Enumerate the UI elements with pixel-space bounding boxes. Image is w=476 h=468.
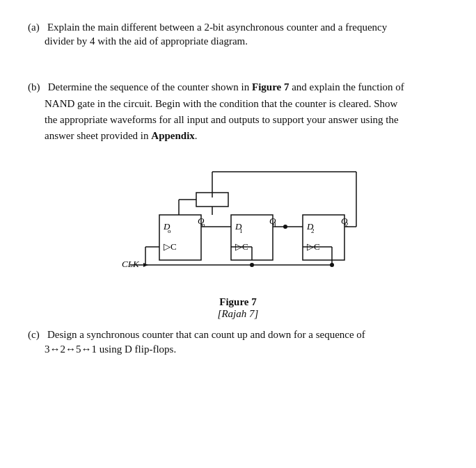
question-b-label: (b): [28, 81, 40, 92]
ff1-d-sub: 1: [239, 227, 243, 234]
question-a: (a) Explain the main different between a…: [28, 19, 448, 47]
figure-title: Figure 7: [218, 296, 259, 308]
question-a-indent: divider by 4 with the aid of appropriate…: [28, 35, 448, 47]
question-c: (c) Design a synchronous counter that ca…: [28, 327, 448, 355]
question-a-label: (a): [28, 22, 40, 33]
question-b-indent: NAND gate in the circuit. Begin with the…: [28, 96, 448, 145]
appendix-ref: Appendix: [151, 130, 195, 141]
figure-ref: Figure 7: [252, 81, 289, 92]
question-a-text-line2: divider by 4 with the aid of appropriate…: [45, 35, 248, 47]
question-c-text: Design a synchronous counter that can co…: [42, 329, 365, 340]
question-c-label: (c): [28, 329, 40, 340]
question-c-indent: 3↔2↔5↔1 using D flip-flops.: [28, 344, 448, 355]
question-b-text: Determine the sequence of the counter sh…: [42, 81, 404, 92]
clk-junction-ff2: [330, 263, 334, 267]
clk-label: CLK: [122, 259, 140, 269]
question-a-text: Explain the main different between a 2-b…: [42, 22, 387, 33]
figure-caption: Figure 7 [Rajah 7]: [218, 296, 259, 320]
ff2-d-sub: 2: [311, 227, 315, 234]
ff0-d-sub: o: [168, 227, 171, 234]
q1-junction: [283, 225, 287, 229]
figure-7-area: CLK D o ▷C Q o D 1 ▷C Q 1: [28, 159, 448, 320]
question-b: (b) Determine the sequence of the counte…: [28, 79, 448, 144]
clk-junction-ff1: [250, 263, 254, 267]
ff0-c-label: ▷C: [164, 241, 177, 252]
circuit-diagram: CLK D o ▷C Q o D 1 ▷C Q 1: [109, 159, 367, 291]
figure-subtitle: [Rajah 7]: [218, 308, 259, 320]
